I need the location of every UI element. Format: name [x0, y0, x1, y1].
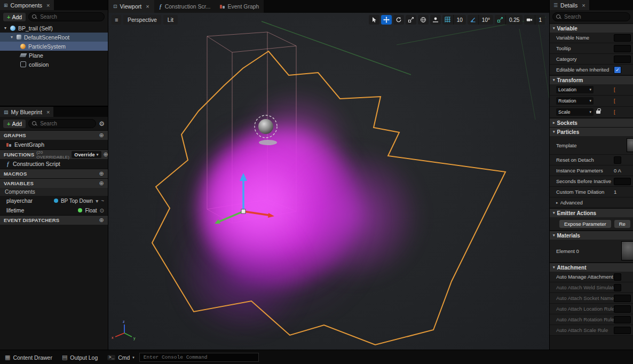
category-dropdown[interactable]	[614, 56, 631, 63]
tree-row-defaultsceneroot[interactable]: ▾ DefaultSceneRoot	[0, 33, 108, 42]
tab-event-graph[interactable]: Event Graph	[215, 0, 264, 13]
select-tool-button[interactable]	[369, 15, 379, 25]
eye-icon[interactable]: ⊙	[100, 208, 104, 213]
custom-time-dilation-value[interactable]: 1	[614, 189, 633, 195]
location-value[interactable]: [	[614, 87, 615, 92]
world-coordinate-button[interactable]	[418, 15, 429, 25]
macros-section-header[interactable]: MACROS ⊕	[0, 169, 108, 178]
functions-section-header[interactable]: FUNCTIONS (20 OVERRIDABLE) Override ▾ ⊕	[0, 149, 108, 159]
auto-attach-weld-checkbox[interactable]	[614, 284, 621, 291]
reset-emitter-button[interactable]: Re	[614, 220, 630, 228]
rotate-tool-button[interactable]	[393, 15, 404, 25]
rotation-value[interactable]: [	[614, 98, 615, 104]
my-blueprint-search-input[interactable]	[39, 120, 92, 127]
my-blueprint-search[interactable]	[28, 119, 96, 128]
reset-on-detach-checkbox[interactable]	[614, 156, 621, 164]
scale-dropdown[interactable]: Scale ▾	[556, 108, 594, 116]
material-thumbnail[interactable]	[621, 241, 633, 260]
spline-outline-orange[interactable]	[152, 51, 505, 345]
variable-type-label[interactable]: Float	[85, 208, 97, 213]
tab-components[interactable]: ⊞ Components ×	[0, 0, 54, 10]
scale-tool-button[interactable]	[406, 15, 416, 25]
transform-section-header[interactable]: ▾ Transform	[550, 75, 633, 84]
details-search-input[interactable]	[563, 13, 627, 20]
camera-speed-control[interactable]: 1	[524, 15, 545, 25]
perspective-dropdown[interactable]: Perspective	[123, 15, 161, 25]
sockets-section-header[interactable]: ▸ Sockets	[550, 118, 633, 127]
scale-snap-control[interactable]: 0.25	[495, 15, 523, 25]
components-category-header[interactable]: Components	[0, 188, 108, 196]
tab-details[interactable]: ☰ Details ×	[550, 0, 589, 10]
variable-name-input[interactable]	[614, 34, 631, 42]
auto-attach-rotation-rule-dropdown[interactable]	[614, 316, 631, 323]
tree-row-plane[interactable]: Plane	[0, 51, 108, 60]
construction-script-item[interactable]: ƒ Construction Script	[0, 159, 108, 169]
viewport-menu-button[interactable]: ≡	[112, 15, 121, 25]
rotation-snap-control[interactable]: 10°	[468, 15, 493, 25]
chevron-down-icon[interactable]: ▾	[96, 198, 98, 204]
scale-snap-value[interactable]: 0.25	[505, 15, 523, 25]
row-advanced[interactable]: ▸ Advanced	[550, 197, 633, 208]
auto-attach-scale-rule-dropdown[interactable]	[614, 327, 631, 334]
add-component-button[interactable]: + Add	[3, 13, 26, 21]
add-graph-icon[interactable]: ⊕	[99, 132, 104, 139]
emitter-actions-section-header[interactable]: ▾ Emitter Actions	[550, 208, 633, 217]
location-dropdown[interactable]: Location ▾	[556, 86, 594, 93]
variable-row-lifetime[interactable]: lifetime Float ⊙	[0, 205, 108, 215]
components-search-input[interactable]	[39, 13, 101, 20]
override-dropdown[interactable]: Override ▾	[72, 151, 101, 158]
tooltip-input[interactable]	[614, 45, 631, 52]
variable-row-playerchar[interactable]: playerchar BP Top Down ▾ ~	[0, 196, 108, 205]
close-icon[interactable]: ×	[46, 109, 50, 115]
details-search[interactable]	[552, 12, 630, 21]
camera-speed-value[interactable]: 1	[535, 15, 545, 25]
tree-row-particlesystem[interactable]: ParticleSystem	[0, 42, 108, 51]
add-variable-icon[interactable]: ⊕	[99, 180, 104, 187]
console-command-field[interactable]	[139, 353, 259, 362]
editable-when-inherited-checkbox[interactable]: ✓	[614, 66, 621, 74]
add-blueprint-item-button[interactable]: + Add	[3, 120, 26, 128]
attachment-section-header[interactable]: ▾ Attachment	[550, 263, 633, 272]
variable-section-header[interactable]: ▾ Variable	[550, 23, 633, 33]
close-icon[interactable]: ×	[46, 2, 50, 9]
grid-snap-control[interactable]: 10	[442, 15, 466, 25]
scale-lock-icon[interactable]	[596, 110, 600, 114]
scale-value[interactable]: [	[614, 109, 615, 115]
expose-parameter-button[interactable]: Expose Parameter	[559, 220, 611, 228]
auto-attach-location-rule-dropdown[interactable]	[614, 305, 631, 313]
gizmo-center-handle[interactable]	[241, 209, 246, 213]
caret-down-icon[interactable]: ▾	[3, 26, 7, 30]
rotation-dropdown[interactable]: Rotation ▾	[556, 97, 594, 105]
close-icon[interactable]: ×	[582, 2, 585, 9]
event-dispatchers-section-header[interactable]: EVENT DISPATCHERS ⊕	[0, 215, 108, 225]
transform-gizmo[interactable]	[215, 173, 274, 224]
seconds-before-inactive-input[interactable]	[614, 178, 631, 185]
add-function-icon[interactable]: ⊕	[104, 151, 108, 158]
variables-section-header[interactable]: VARIABLES ⊕	[0, 178, 108, 188]
view-mode-dropdown[interactable]: Lit	[163, 15, 178, 25]
rotation-snap-value[interactable]: 10°	[478, 15, 493, 25]
template-asset-thumbnail[interactable]	[627, 138, 633, 152]
gizmo-z-arrow[interactable]	[240, 173, 247, 181]
tab-my-blueprint[interactable]: ▤ My Blueprint ×	[0, 107, 53, 117]
tree-row-bp-trail[interactable]: ▾ BP_trail (Self)	[0, 23, 108, 33]
particles-section-header[interactable]: ▾ Particles	[550, 127, 633, 136]
variable-type-label[interactable]: BP Top Down	[61, 198, 93, 204]
tab-viewport[interactable]: ⊡ Viewport ×	[108, 0, 154, 13]
content-drawer-button[interactable]: ▦ Content Drawer	[0, 350, 57, 364]
console-command-input[interactable]	[143, 354, 256, 361]
eventgraph-item[interactable]: EventGraph	[0, 140, 108, 149]
output-log-button[interactable]: ▤ Output Log	[57, 350, 102, 364]
particle-sprite-sphere[interactable]	[258, 119, 273, 134]
auto-attach-socket-name-input[interactable]	[614, 295, 631, 302]
move-tool-button[interactable]	[381, 15, 392, 25]
settings-gear-icon[interactable]: ⚙	[99, 120, 105, 128]
materials-section-header[interactable]: ▾ Materials	[550, 231, 633, 240]
caret-down-icon[interactable]: ▾	[10, 35, 14, 39]
add-macro-icon[interactable]: ⊕	[99, 170, 104, 177]
surface-snapping-button[interactable]	[430, 15, 441, 25]
close-icon[interactable]: ×	[146, 3, 149, 10]
components-search[interactable]	[28, 12, 105, 21]
add-event-dispatcher-icon[interactable]: ⊕	[99, 217, 104, 224]
viewport-3d-scene[interactable]: z x y ≡ Perspective Lit	[108, 13, 549, 350]
